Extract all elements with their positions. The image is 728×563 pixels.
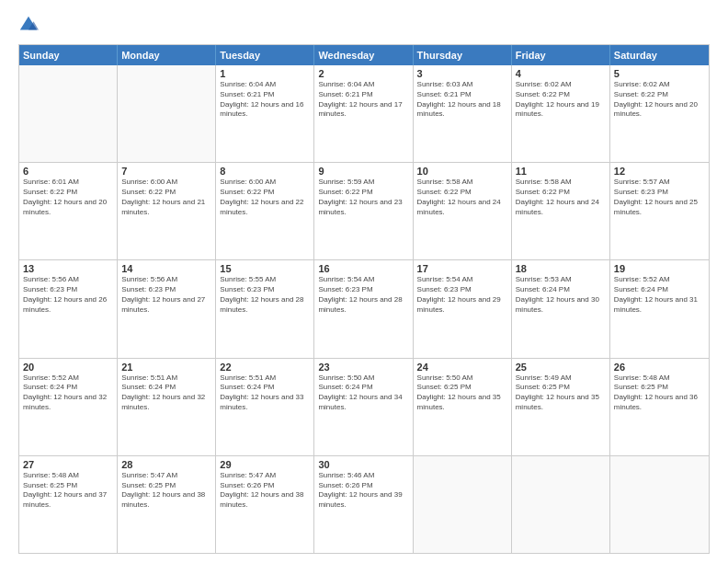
- calendar-cell: 3Sunrise: 6:03 AM Sunset: 6:21 PM Daylig…: [414, 65, 512, 162]
- day-number: 14: [121, 263, 211, 274]
- day-info: Sunrise: 5:51 AM Sunset: 6:24 PM Dayligh…: [220, 373, 310, 413]
- day-info: Sunrise: 5:52 AM Sunset: 6:24 PM Dayligh…: [614, 275, 705, 315]
- calendar-cell: 2Sunrise: 6:04 AM Sunset: 6:21 PM Daylig…: [314, 65, 413, 162]
- calendar-cell: [19, 65, 118, 162]
- calendar-cell: 8Sunrise: 6:00 AM Sunset: 6:22 PM Daylig…: [216, 163, 314, 259]
- day-info: Sunrise: 5:58 AM Sunset: 6:22 PM Dayligh…: [417, 178, 507, 217]
- calendar-cell: 21Sunrise: 5:51 AM Sunset: 6:24 PM Dayli…: [118, 359, 216, 455]
- calendar-cell: 26Sunrise: 5:48 AM Sunset: 6:25 PM Dayli…: [610, 359, 709, 455]
- day-info: Sunrise: 5:56 AM Sunset: 6:23 PM Dayligh…: [121, 275, 211, 315]
- calendar-cell: 4Sunrise: 6:02 AM Sunset: 6:22 PM Daylig…: [512, 65, 610, 162]
- day-number: 23: [318, 362, 408, 373]
- calendar-cell: 6Sunrise: 6:01 AM Sunset: 6:22 PM Daylig…: [19, 163, 118, 259]
- calendar-cell: 17Sunrise: 5:54 AM Sunset: 6:23 PM Dayli…: [414, 260, 512, 357]
- day-number: 5: [614, 68, 705, 79]
- day-number: 12: [614, 166, 705, 177]
- day-number: 16: [318, 263, 408, 274]
- calendar-week-4: 20Sunrise: 5:52 AM Sunset: 6:24 PM Dayli…: [19, 359, 709, 456]
- day-info: Sunrise: 5:47 AM Sunset: 6:25 PM Dayligh…: [121, 471, 211, 511]
- day-info: Sunrise: 6:02 AM Sunset: 6:22 PM Dayligh…: [614, 80, 705, 120]
- day-number: 8: [220, 166, 310, 177]
- calendar-cell: 1Sunrise: 6:04 AM Sunset: 6:21 PM Daylig…: [216, 65, 314, 162]
- calendar-cell: 12Sunrise: 5:57 AM Sunset: 6:23 PM Dayli…: [610, 163, 709, 259]
- day-number: 10: [417, 166, 507, 177]
- day-number: 6: [23, 166, 113, 177]
- day-number: 11: [516, 166, 606, 177]
- page: SundayMondayTuesdayWednesdayThursdayFrid…: [0, 0, 728, 563]
- calendar-cell: 14Sunrise: 5:56 AM Sunset: 6:23 PM Dayli…: [118, 260, 216, 357]
- day-number: 2: [318, 68, 408, 79]
- calendar: SundayMondayTuesdayWednesdayThursdayFrid…: [18, 44, 710, 554]
- day-info: Sunrise: 5:56 AM Sunset: 6:23 PM Dayligh…: [23, 275, 113, 315]
- calendar-cell: 19Sunrise: 5:52 AM Sunset: 6:24 PM Dayli…: [610, 260, 709, 357]
- day-number: 24: [417, 362, 507, 373]
- day-number: 4: [516, 68, 606, 79]
- day-info: Sunrise: 5:54 AM Sunset: 6:23 PM Dayligh…: [318, 275, 408, 315]
- day-number: 13: [23, 263, 113, 274]
- header: [18, 15, 710, 35]
- day-info: Sunrise: 5:47 AM Sunset: 6:26 PM Dayligh…: [220, 471, 310, 511]
- day-info: Sunrise: 6:00 AM Sunset: 6:22 PM Dayligh…: [220, 178, 310, 217]
- day-info: Sunrise: 5:58 AM Sunset: 6:22 PM Dayligh…: [516, 178, 606, 217]
- day-number: 3: [417, 68, 507, 79]
- calendar-cell: 7Sunrise: 6:00 AM Sunset: 6:22 PM Daylig…: [118, 163, 216, 259]
- day-number: 30: [318, 459, 408, 470]
- day-number: 1: [220, 68, 310, 79]
- header-day-wednesday: Wednesday: [314, 45, 413, 65]
- calendar-cell: 13Sunrise: 5:56 AM Sunset: 6:23 PM Dayli…: [19, 260, 118, 357]
- calendar-cell: 24Sunrise: 5:50 AM Sunset: 6:25 PM Dayli…: [414, 359, 512, 455]
- calendar-cell: 28Sunrise: 5:47 AM Sunset: 6:25 PM Dayli…: [118, 456, 216, 553]
- day-info: Sunrise: 5:53 AM Sunset: 6:24 PM Dayligh…: [516, 275, 606, 315]
- day-number: 17: [417, 263, 507, 274]
- header-day-tuesday: Tuesday: [216, 45, 314, 65]
- calendar-week-5: 27Sunrise: 5:48 AM Sunset: 6:25 PM Dayli…: [19, 456, 709, 553]
- day-info: Sunrise: 5:48 AM Sunset: 6:25 PM Dayligh…: [23, 471, 113, 511]
- day-info: Sunrise: 5:57 AM Sunset: 6:23 PM Dayligh…: [614, 178, 705, 217]
- calendar-cell: 5Sunrise: 6:02 AM Sunset: 6:22 PM Daylig…: [610, 65, 709, 162]
- day-number: 28: [121, 459, 211, 470]
- day-info: Sunrise: 6:00 AM Sunset: 6:22 PM Dayligh…: [121, 178, 211, 217]
- day-info: Sunrise: 5:52 AM Sunset: 6:24 PM Dayligh…: [23, 373, 113, 413]
- day-info: Sunrise: 5:59 AM Sunset: 6:22 PM Dayligh…: [318, 178, 408, 217]
- calendar-header: SundayMondayTuesdayWednesdayThursdayFrid…: [19, 45, 709, 65]
- day-info: Sunrise: 5:54 AM Sunset: 6:23 PM Dayligh…: [417, 275, 507, 315]
- calendar-body: 1Sunrise: 6:04 AM Sunset: 6:21 PM Daylig…: [19, 65, 709, 553]
- calendar-cell: 25Sunrise: 5:49 AM Sunset: 6:25 PM Dayli…: [512, 359, 610, 455]
- calendar-cell: [512, 456, 610, 553]
- calendar-cell: 9Sunrise: 5:59 AM Sunset: 6:22 PM Daylig…: [314, 163, 413, 259]
- calendar-cell: 18Sunrise: 5:53 AM Sunset: 6:24 PM Dayli…: [512, 260, 610, 357]
- day-number: 22: [220, 362, 310, 373]
- day-number: 9: [318, 166, 408, 177]
- day-number: 29: [220, 459, 310, 470]
- day-info: Sunrise: 6:04 AM Sunset: 6:21 PM Dayligh…: [318, 80, 408, 120]
- calendar-cell: 16Sunrise: 5:54 AM Sunset: 6:23 PM Dayli…: [314, 260, 413, 357]
- logo: [18, 15, 42, 35]
- header-day-thursday: Thursday: [414, 45, 512, 65]
- day-info: Sunrise: 6:02 AM Sunset: 6:22 PM Dayligh…: [516, 80, 606, 120]
- day-number: 26: [614, 362, 705, 373]
- day-info: Sunrise: 6:03 AM Sunset: 6:21 PM Dayligh…: [417, 80, 507, 120]
- day-number: 25: [516, 362, 606, 373]
- day-info: Sunrise: 6:04 AM Sunset: 6:21 PM Dayligh…: [220, 80, 310, 120]
- calendar-cell: 23Sunrise: 5:50 AM Sunset: 6:24 PM Dayli…: [314, 359, 413, 455]
- day-info: Sunrise: 5:49 AM Sunset: 6:25 PM Dayligh…: [516, 373, 606, 413]
- day-number: 15: [220, 263, 310, 274]
- day-number: 7: [121, 166, 211, 177]
- day-number: 27: [23, 459, 113, 470]
- day-number: 21: [121, 362, 211, 373]
- calendar-cell: 10Sunrise: 5:58 AM Sunset: 6:22 PM Dayli…: [414, 163, 512, 259]
- header-day-saturday: Saturday: [610, 45, 709, 65]
- calendar-cell: 15Sunrise: 5:55 AM Sunset: 6:23 PM Dayli…: [216, 260, 314, 357]
- header-day-sunday: Sunday: [19, 45, 118, 65]
- calendar-cell: [118, 65, 216, 162]
- calendar-cell: [414, 456, 512, 553]
- day-info: Sunrise: 5:50 AM Sunset: 6:24 PM Dayligh…: [318, 373, 408, 413]
- calendar-cell: 27Sunrise: 5:48 AM Sunset: 6:25 PM Dayli…: [19, 456, 118, 553]
- header-day-monday: Monday: [118, 45, 216, 65]
- day-info: Sunrise: 5:48 AM Sunset: 6:25 PM Dayligh…: [614, 373, 705, 413]
- day-info: Sunrise: 5:55 AM Sunset: 6:23 PM Dayligh…: [220, 275, 310, 315]
- calendar-cell: [610, 456, 709, 553]
- calendar-week-1: 1Sunrise: 6:04 AM Sunset: 6:21 PM Daylig…: [19, 65, 709, 163]
- calendar-cell: 11Sunrise: 5:58 AM Sunset: 6:22 PM Dayli…: [512, 163, 610, 259]
- calendar-week-3: 13Sunrise: 5:56 AM Sunset: 6:23 PM Dayli…: [19, 260, 709, 358]
